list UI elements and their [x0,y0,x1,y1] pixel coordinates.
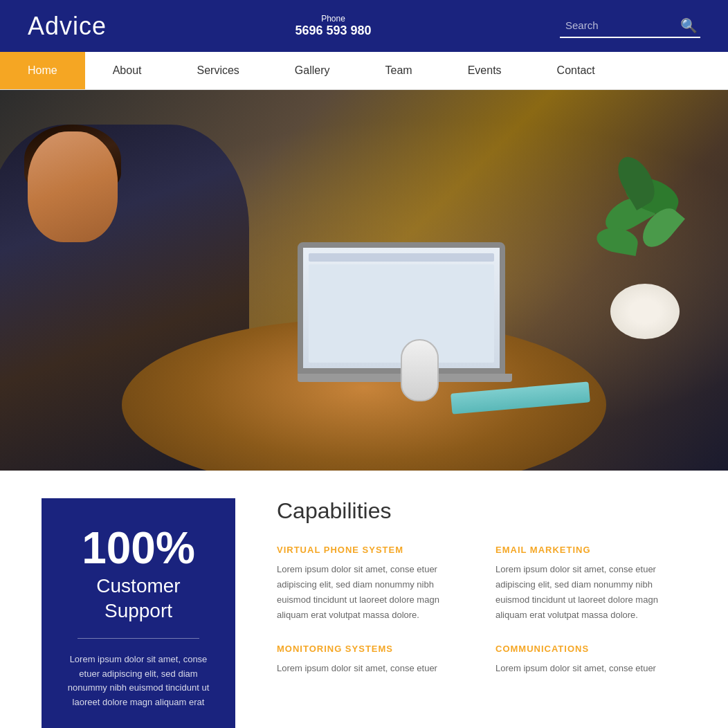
search-input[interactable] [560,16,677,35]
support-title: Customer Support [96,574,180,624]
site-logo[interactable]: Advice [28,12,107,41]
nav-item-gallery[interactable]: Gallery [267,52,358,89]
hero-scene [0,90,728,471]
nav-item-about[interactable]: About [85,52,170,89]
nav-item-contact[interactable]: Contact [529,52,623,89]
capability-name-2: EMAIL MARKETING [495,545,686,555]
plant [583,145,707,339]
capability-text-1: Lorem ipsum dolor sit amet, conse etuer … [277,562,468,623]
capabilities-grid: VIRTUAL PHONE SYSTEM Lorem ipsum dolor s… [277,545,686,676]
hero-section [0,90,728,471]
nav-item-events[interactable]: Events [440,52,529,89]
capability-name-3: MONITORING SYSTEMS [277,644,468,654]
laptop-screen-content [303,248,500,368]
search-button[interactable]: 🔍 [677,15,700,37]
plant-leaves [590,159,700,298]
capability-text-2: Lorem ipsum dolor sit amet, conse etuer … [495,562,686,623]
phone-label: Phone [295,14,371,24]
nav-item-home[interactable]: Home [0,52,85,89]
support-text: Lorem ipsum dolor sit amet, conse etuer … [62,653,215,710]
capability-item-4: COMMUNICATIONS Lorem ipsum dolor sit ame… [495,644,686,676]
support-box: 100% Customer Support Lorem ipsum dolor … [42,498,235,728]
person-head [28,131,118,242]
site-header: Advice Phone 5696 593 980 🔍 [0,0,728,52]
mouse [401,339,439,401]
capability-item-2: EMAIL MARKETING Lorem ipsum dolor sit am… [495,545,686,623]
main-nav: Home About Services Gallery Team Events … [0,52,728,90]
phone-number: 5696 593 980 [295,24,371,37]
capability-text-3: Lorem ipsum dolor sit amet, conse etuer [277,661,468,676]
capability-item-3: MONITORING SYSTEMS Lorem ipsum dolor sit… [277,644,468,676]
nav-item-services[interactable]: Services [170,52,267,89]
search-form[interactable]: 🔍 [560,15,700,38]
phone-info: Phone 5696 593 980 [295,14,371,38]
capability-item-1: VIRTUAL PHONE SYSTEM Lorem ipsum dolor s… [277,545,468,623]
nav-item-team[interactable]: Team [358,52,440,89]
capability-text-4: Lorem ipsum dolor sit amet, conse etuer [495,661,686,676]
support-divider [78,638,199,639]
capabilities-section: Capabilities VIRTUAL PHONE SYSTEM Lorem … [277,498,686,728]
main-content: 100% Customer Support Lorem ipsum dolor … [0,471,728,728]
capability-name-4: COMMUNICATIONS [495,644,686,654]
capability-name-1: VIRTUAL PHONE SYSTEM [277,545,468,555]
search-icon: 🔍 [680,18,698,33]
capabilities-title: Capabilities [277,498,686,524]
support-percent: 100% [82,526,195,570]
